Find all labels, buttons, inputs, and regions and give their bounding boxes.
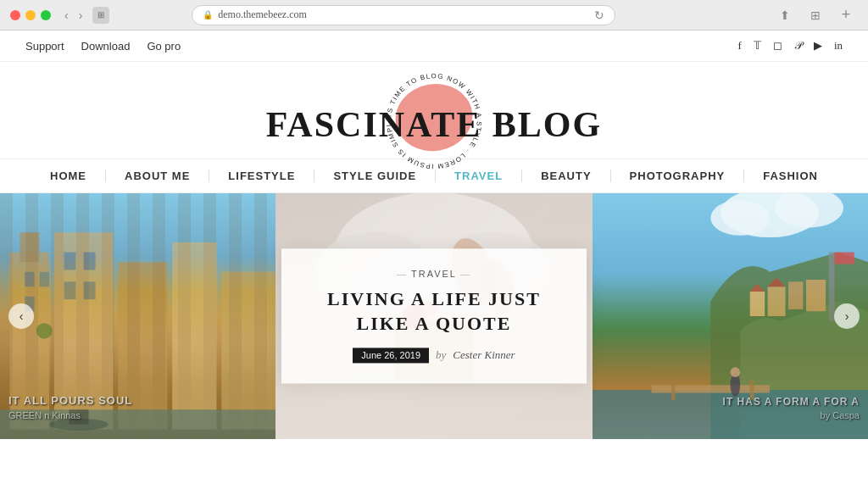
tab-icon: ⊞ xyxy=(92,7,109,24)
back-button[interactable]: ‹ xyxy=(61,7,72,24)
svg-rect-12 xyxy=(64,253,75,270)
instagram-icon[interactable]: ◻ xyxy=(773,39,782,53)
post-meta: June 26, 2019 by Cester Kinner xyxy=(315,348,553,364)
forward-button[interactable]: › xyxy=(75,7,86,24)
support-link[interactable]: Support xyxy=(25,40,64,53)
svg-rect-34 xyxy=(750,292,765,316)
maximize-button[interactable] xyxy=(41,10,51,20)
slide-3-text-line2: by Caspa xyxy=(723,409,860,422)
slide-1-overlay: IT ALL POURS SOUL GREEN n Kinnas xyxy=(8,393,132,422)
browser-actions: ⬆ ⊞ + xyxy=(773,7,858,24)
svg-rect-42 xyxy=(671,380,676,399)
slide-venice: IT ALL POURS SOUL GREEN n Kinnas xyxy=(0,193,275,439)
logo-section: ITS TIME TO BLOG NOW WITH A STYLE · LORE… xyxy=(0,62,868,159)
slide-3-text-line1: IT HAS A FORM A FOR A xyxy=(723,395,860,409)
svg-rect-4 xyxy=(19,232,39,262)
svg-rect-14 xyxy=(64,281,75,299)
svg-point-19 xyxy=(36,323,53,339)
browser-chrome: ‹ › ⊞ 🔒 demo.themebeez.com ↻ ⬆ ⊞ + xyxy=(0,0,868,31)
svg-rect-47 xyxy=(835,253,854,264)
post-date: June 26, 2019 xyxy=(353,348,429,364)
slide-cinque-terre: IT HAS A FORM A FOR A by Caspa xyxy=(593,193,868,439)
svg-rect-35 xyxy=(768,286,786,316)
featured-post-card: TRAVEL LIVING A LIFE JUST LIKE A QUOTE J… xyxy=(281,248,587,383)
by-label: by xyxy=(436,349,446,363)
svg-point-33 xyxy=(710,200,770,236)
svg-rect-8 xyxy=(221,272,275,430)
post-title[interactable]: LIVING A LIFE JUST LIKE A QUOTE xyxy=(315,287,553,336)
hero-slider: IT ALL POURS SOUL GREEN n Kinnas xyxy=(0,193,868,439)
lock-icon: 🔒 xyxy=(203,10,213,19)
close-button[interactable] xyxy=(10,10,20,20)
next-slide-button[interactable]: › xyxy=(834,303,860,329)
chevron-left-icon: ‹ xyxy=(19,309,24,323)
new-tab-button[interactable]: ⊞ xyxy=(804,7,827,24)
linkedin-icon[interactable]: in xyxy=(834,39,843,53)
nav-beauty[interactable]: BEAUTY xyxy=(522,170,610,182)
download-link[interactable]: Download xyxy=(81,40,131,53)
slide-1-text-line2: GREEN n Kinnas xyxy=(8,409,132,422)
top-navigation: Support Download Go pro xyxy=(25,40,181,53)
minimize-button[interactable] xyxy=(25,10,36,20)
facebook-icon[interactable]: f xyxy=(738,39,742,53)
post-author[interactable]: Cester Kinner xyxy=(453,349,515,363)
nav-photography[interactable]: PHOTOGRAPHY xyxy=(611,170,745,182)
svg-rect-9 xyxy=(25,272,35,286)
svg-rect-7 xyxy=(172,242,216,430)
nav-fashion[interactable]: FASHION xyxy=(744,170,837,182)
svg-point-45 xyxy=(730,367,740,377)
logo-container: ITS TIME TO BLOG NOW WITH A STYLE · LORE… xyxy=(266,79,602,145)
svg-rect-36 xyxy=(788,281,803,309)
nav-home[interactable]: HOME xyxy=(31,170,106,182)
gopro-link[interactable]: Go pro xyxy=(147,40,181,53)
svg-rect-10 xyxy=(39,272,49,286)
reload-button[interactable]: ↻ xyxy=(594,8,604,22)
slide-3-overlay: IT HAS A FORM A FOR A by Caspa xyxy=(723,395,860,422)
svg-rect-37 xyxy=(806,280,826,311)
twitter-icon[interactable]: 𝕋 xyxy=(754,39,761,53)
youtube-icon[interactable]: ▶ xyxy=(814,39,822,53)
top-bar: Support Download Go pro f 𝕋 ◻ 𝒫 ▶ in xyxy=(0,31,868,62)
add-button[interactable]: + xyxy=(834,7,858,24)
nav-about-me[interactable]: ABOUT ME xyxy=(106,170,209,182)
traffic-lights xyxy=(10,10,51,20)
site-title: FASCINATE BLOG xyxy=(266,104,602,145)
social-icons: f 𝕋 ◻ 𝒫 ▶ in xyxy=(738,39,843,53)
share-button[interactable]: ⬆ xyxy=(773,7,797,24)
browser-nav-buttons: ‹ › xyxy=(61,7,86,24)
url-text: demo.themebeez.com xyxy=(218,8,307,21)
prev-slide-button[interactable]: ‹ xyxy=(8,303,34,329)
post-category: TRAVEL xyxy=(315,269,553,279)
address-bar[interactable]: 🔒 demo.themebeez.com ↻ xyxy=(192,5,615,25)
svg-rect-46 xyxy=(829,253,835,321)
chevron-right-icon: › xyxy=(845,309,849,323)
website-content: Support Download Go pro f 𝕋 ◻ 𝒫 ▶ in ITS… xyxy=(0,31,868,439)
svg-rect-15 xyxy=(84,281,96,299)
slide-1-text-line1: IT ALL POURS SOUL xyxy=(8,393,132,409)
nav-lifestyle[interactable]: LIFESTYLE xyxy=(209,170,314,182)
svg-rect-13 xyxy=(84,253,96,270)
pinterest-icon[interactable]: 𝒫 xyxy=(794,39,802,53)
